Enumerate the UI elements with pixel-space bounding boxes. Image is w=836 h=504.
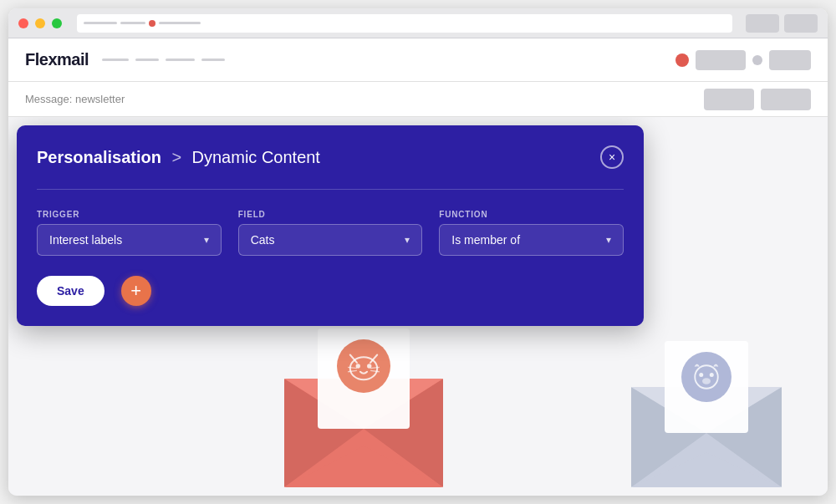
modal-header: Personalisation > Dynamic Content ×	[37, 145, 624, 169]
field-select[interactable]: Cats ▾	[238, 224, 423, 256]
header-controls	[675, 50, 811, 70]
sub-header-message: Message: newsletter	[25, 93, 125, 105]
nav-buttons	[746, 14, 818, 33]
sub-header-btn-1[interactable]	[704, 89, 754, 110]
traffic-minimize[interactable]	[35, 18, 45, 28]
url-line-1	[84, 22, 117, 24]
function-value: Is member of	[451, 233, 520, 247]
traffic-maximize[interactable]	[52, 18, 62, 28]
header-ctrl-1[interactable]	[696, 50, 746, 70]
svg-point-35	[702, 378, 711, 384]
svg-point-20	[367, 364, 371, 368]
modal-dialog: Personalisation > Dynamic Content × TRIG…	[17, 125, 644, 326]
svg-point-19	[356, 364, 360, 368]
modal-close-button[interactable]: ×	[600, 145, 624, 169]
trigger-value: Interest labels	[49, 233, 122, 247]
modal-title-text: Personalisation	[37, 148, 161, 166]
envelope-gray-svg	[619, 328, 794, 496]
browser-window: Flexmail Message: newsletter	[8, 8, 828, 496]
url-bar[interactable]	[77, 14, 732, 33]
trigger-label: TRIGGER	[37, 210, 222, 219]
header-nav-lines	[102, 59, 225, 61]
svg-point-17	[337, 339, 390, 393]
header-dot-2	[752, 55, 762, 65]
trigger-select[interactable]: Interest labels ▾	[37, 224, 222, 256]
sub-header-buttons	[704, 89, 811, 110]
app-logo: Flexmail	[25, 50, 89, 69]
traffic-close[interactable]	[18, 18, 28, 28]
main-area: Personalisation > Dynamic Content × TRIG…	[8, 117, 828, 496]
save-button[interactable]: Save	[37, 276, 104, 306]
function-select[interactable]: Is member of ▾	[439, 224, 624, 256]
app-header: Flexmail	[8, 38, 828, 82]
nav-line-4	[201, 59, 225, 61]
field-group: FIELD Cats ▾	[238, 210, 423, 256]
envelope-salmon-svg	[268, 312, 460, 496]
modal-subtitle: Dynamic Content	[192, 148, 320, 166]
svg-point-33	[699, 373, 703, 377]
nav-line-2	[135, 59, 159, 61]
header-dot	[675, 53, 689, 67]
field-arrow-icon: ▾	[405, 234, 410, 246]
nav-btn-2[interactable]	[784, 14, 818, 33]
nav-line-1	[102, 59, 129, 61]
url-line-3	[159, 22, 201, 24]
function-label: FUNCTION	[439, 210, 624, 219]
sub-header-btn-2[interactable]	[761, 89, 811, 110]
header-ctrl-2[interactable]	[769, 50, 811, 70]
svg-point-34	[710, 373, 714, 377]
modal-title: Personalisation > Dynamic Content	[37, 148, 320, 167]
browser-titlebar	[8, 8, 828, 38]
function-arrow-icon: ▾	[606, 234, 611, 246]
svg-point-31	[681, 352, 732, 402]
breadcrumb-separator: >	[171, 148, 181, 166]
envelope-gray	[619, 328, 794, 496]
envelope-salmon	[268, 312, 460, 496]
field-value: Cats	[251, 233, 275, 247]
modal-footer: Save +	[37, 276, 624, 306]
sub-header: Message: newsletter	[8, 82, 828, 117]
nav-line-3	[166, 59, 195, 61]
field-label: FIELD	[238, 210, 423, 219]
nav-btn-1[interactable]	[746, 14, 779, 33]
form-row: TRIGGER Interest labels ▾ FIELD Cats ▾	[37, 210, 624, 256]
modal-divider	[37, 189, 624, 190]
add-condition-button[interactable]: +	[121, 276, 151, 306]
function-group: FUNCTION Is member of ▾	[439, 210, 624, 256]
trigger-arrow-icon: ▾	[204, 234, 209, 246]
url-dot	[149, 20, 155, 27]
url-line-2	[120, 22, 145, 24]
trigger-group: TRIGGER Interest labels ▾	[37, 210, 222, 256]
